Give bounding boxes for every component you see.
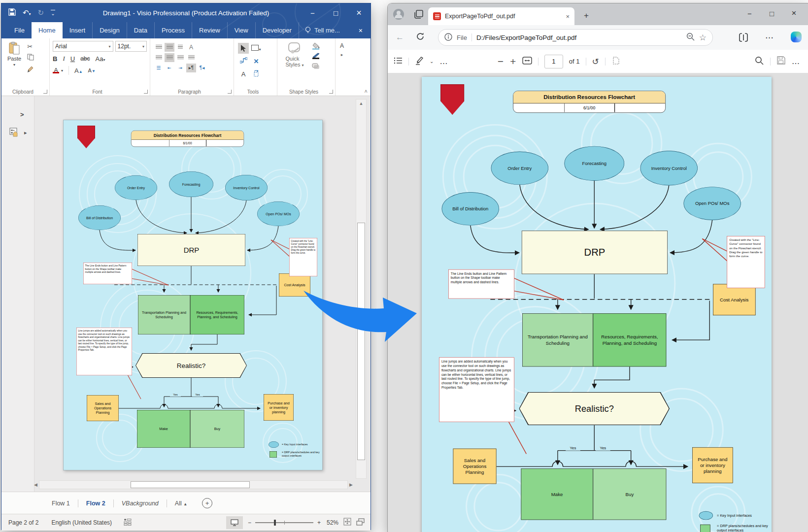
zoom-out-icon[interactable]: − <box>248 519 251 526</box>
insert-page-button[interactable]: + <box>202 498 212 508</box>
page-view-icon[interactable] <box>611 56 620 67</box>
rtl-paragraph-icon[interactable]: ¶◂ <box>197 64 207 72</box>
minimize-button[interactable]: − <box>301 3 324 22</box>
scroll-up-icon[interactable]: ▲ <box>356 101 366 106</box>
fit-page-icon[interactable] <box>343 518 351 527</box>
connection-point-tool-icon[interactable]: ✕ <box>254 58 259 65</box>
connector-tool-icon[interactable] <box>240 57 247 65</box>
maximize-button[interactable]: □ <box>324 3 347 22</box>
fc-legend-square[interactable] <box>269 451 277 458</box>
text-rotate-icon[interactable]: A <box>186 43 196 52</box>
fc-callout-line_jumps[interactable]: Line jumps are added automatically when … <box>76 328 132 375</box>
info-icon[interactable] <box>444 33 452 42</box>
fc-node-purchase[interactable]: Purchase and or inventory planning <box>264 394 294 421</box>
stencil-icon[interactable] <box>9 128 22 140</box>
rotate-icon[interactable]: ↺ <box>592 57 599 66</box>
fc-node-resources[interactable]: Resources, Requirements, Planning, and S… <box>190 295 244 334</box>
search-icon[interactable] <box>755 56 764 67</box>
zoom-level[interactable]: 52% <box>327 519 338 526</box>
shape-effects-icon[interactable] <box>312 62 320 71</box>
save-icon[interactable] <box>8 8 16 17</box>
strikethrough-button[interactable]: abc <box>80 55 90 62</box>
tab-process[interactable]: Process <box>154 22 192 38</box>
ltr-paragraph-icon[interactable]: ▸¶ <box>186 64 196 72</box>
fc-node-sales_ops[interactable]: Sales and Operations Planning <box>87 395 119 421</box>
horizontal-scroll-thumb[interactable] <box>131 481 250 488</box>
browser-tab[interactable]: ExportPageToPdf_out.pdf × <box>428 7 574 25</box>
page-indicator[interactable]: Page 2 of 2 <box>8 519 38 526</box>
flowchart-content[interactable]: Distribution Resources Flowchart 6/1/00O… <box>64 120 322 470</box>
fc-node-bill_of_distribution[interactable]: Bill of Distribution <box>78 205 121 230</box>
shrink-font-button[interactable]: A▼ <box>88 67 96 73</box>
tab-developer[interactable]: Developer <box>255 22 299 38</box>
fc-legend-oval-label[interactable]: = Key Input interfaces <box>282 442 321 447</box>
shape-styles-dialog-launcher[interactable] <box>329 90 333 94</box>
page-tab-flow2[interactable]: Flow 2 <box>78 500 113 507</box>
fit-width-icon[interactable] <box>522 57 532 66</box>
macro-icon[interactable] <box>124 518 132 527</box>
copilot-icon[interactable] <box>791 32 802 42</box>
copy-icon[interactable] <box>27 54 34 63</box>
font-name-combo[interactable]: Arial▾ <box>53 41 113 52</box>
ribbon-close-icon[interactable]: × <box>351 22 370 38</box>
fc-node-open_pos[interactable]: Open POs/ MOs <box>257 201 300 226</box>
customize-qat-icon[interactable]: ⌄ <box>51 10 55 16</box>
fc-title[interactable]: Distribution Resources Flowchart <box>132 131 244 140</box>
favorite-star-icon[interactable]: ☆ <box>699 33 707 42</box>
font-color-dropdown[interactable]: ▾ <box>61 68 63 73</box>
address-url[interactable]: D:/Files/ExportPageToPdf_out.pdf <box>476 34 682 41</box>
refresh-icon[interactable] <box>416 32 425 43</box>
italic-button[interactable]: I <box>63 55 65 63</box>
presentation-mode-icon[interactable] <box>226 516 243 529</box>
fc-node-make[interactable]: Make <box>137 410 190 448</box>
grow-font-button[interactable]: A▲ <box>74 67 83 74</box>
redo-icon[interactable]: ↻ <box>38 8 44 17</box>
language-indicator[interactable]: English (United States) <box>51 519 112 526</box>
save-more-icon[interactable]: … <box>792 57 800 66</box>
address-bar[interactable]: File D:/Files/ExportPageToPdf_out.pdf ☆ <box>438 29 713 46</box>
decrease-indent-icon[interactable]: ⇤ <box>165 64 174 72</box>
justify-icon[interactable] <box>186 53 196 62</box>
fc-node-buy[interactable]: Buy <box>190 410 244 448</box>
tab-review[interactable]: Review <box>192 22 227 38</box>
align-bottom-icon[interactable] <box>175 43 185 52</box>
horizontal-scrollbar[interactable]: ◀ ▶ <box>34 480 353 490</box>
zoom-in-icon[interactable]: + <box>317 519 321 526</box>
change-case-button[interactable]: Aa▾ <box>95 55 105 63</box>
stencil-expand-icon[interactable]: ▸ <box>24 130 27 136</box>
fc-node-forecasting[interactable]: Forecasting <box>169 171 213 197</box>
font-size-combo[interactable]: 12pt.▾ <box>115 41 147 52</box>
highlighter-pen-icon[interactable] <box>415 56 424 67</box>
bullets-icon[interactable]: ☰ <box>154 64 164 72</box>
fc-legend-oval[interactable] <box>269 441 279 448</box>
fc-callout-line_ends[interactable]: The Line Ends button and Line Pattern bu… <box>83 263 132 284</box>
format-painter-icon[interactable] <box>27 66 34 75</box>
fc-label-yes-left[interactable]: Yes <box>170 392 181 397</box>
close-tab-icon[interactable]: × <box>566 13 570 20</box>
page-number-input[interactable]: 1 <box>544 55 563 68</box>
pen-dropdown-icon[interactable]: ⌄ <box>430 59 434 64</box>
zoom-slider-thumb[interactable] <box>274 520 276 526</box>
ribbon-scroll-right-icon[interactable]: ▸ <box>341 52 343 57</box>
align-right-icon[interactable] <box>175 53 185 62</box>
fc-legend-square-label[interactable]: = DRP plans/schedules and key output int… <box>282 449 320 458</box>
pdf-viewer[interactable]: Distribution Resources Flowchart 6/1/00O… <box>388 73 808 532</box>
tab-insert[interactable]: Insert <box>63 22 93 38</box>
split-screen-icon[interactable] <box>739 33 748 44</box>
minimize-button[interactable]: − <box>739 3 761 23</box>
fc-date[interactable]: 6/1/00 <box>169 140 206 146</box>
tab-groups-icon[interactable] <box>413 9 424 22</box>
underline-button[interactable]: U <box>70 55 75 63</box>
visio-drawing-page[interactable]: Distribution Resources Flowchart 6/1/00O… <box>63 120 323 470</box>
fc-node-order_entry[interactable]: Order Entry <box>115 175 157 200</box>
align-center-icon[interactable] <box>165 53 174 62</box>
save-icon[interactable] <box>777 56 785 66</box>
text-block-icon[interactable]: A <box>340 42 344 49</box>
align-middle-icon[interactable] <box>165 43 174 52</box>
page-tab-vbackground[interactable]: VBackground <box>114 500 167 507</box>
line-color-icon[interactable] <box>312 53 320 59</box>
rectangle-tool-icon[interactable]: ▾ <box>251 45 261 52</box>
page-tab-all[interactable]: All ▲ <box>167 500 195 507</box>
zoom-out-page-icon[interactable] <box>686 33 695 42</box>
bold-button[interactable]: B <box>53 55 57 63</box>
